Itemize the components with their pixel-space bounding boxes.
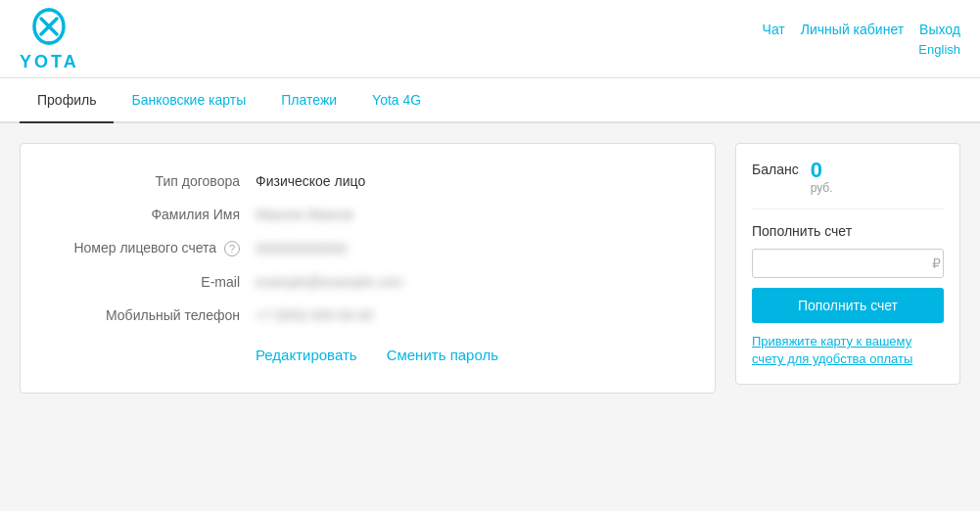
balance-row: Баланс 0 руб.	[752, 160, 944, 209]
profile-row-contract-type: Тип договора Физическое лицо	[60, 173, 676, 189]
yota-logo-icon	[28, 6, 70, 50]
header-nav-top: Чат Личный кабинет Выход	[763, 22, 960, 37]
balance-label: Баланс	[752, 160, 799, 177]
profile-row-name: Фамилия Имя Иванов Иванов	[60, 207, 676, 222]
label-account: Номер лицевого счета ?	[60, 240, 256, 256]
header: YOTA Чат Личный кабинет Выход English	[0, 0, 980, 78]
tab-payments[interactable]: Платежи	[263, 78, 354, 123]
profile-card: Тип договора Физическое лицо Фамилия Имя…	[20, 143, 716, 394]
label-email: E-mail	[60, 274, 256, 290]
value-phone: +7 (000) 000-00-00	[256, 307, 373, 323]
value-name: Иванов Иванов	[256, 207, 353, 222]
tab-yota4g[interactable]: Yota 4G	[354, 78, 439, 123]
value-email: example@example.com	[256, 274, 402, 290]
rub-sign: ₽	[932, 256, 941, 271]
label-contract-type: Тип договора	[60, 173, 256, 189]
header-navigation: Чат Личный кабинет Выход English	[763, 22, 960, 57]
chat-link[interactable]: Чат	[763, 22, 785, 37]
logout-link[interactable]: Выход	[919, 22, 960, 37]
main-content: Тип договора Физическое лицо Фамилия Имя…	[0, 123, 980, 413]
attach-card-link[interactable]: Привяжите карту к вашему счету для удобс…	[752, 333, 944, 368]
topup-input-row: ₽	[752, 249, 944, 278]
label-phone: Мобильный телефон	[60, 307, 256, 323]
change-password-button[interactable]: Сменить пароль	[387, 347, 498, 363]
language-switcher: English	[918, 41, 960, 57]
profile-row-phone: Мобильный телефон +7 (000) 000-00-00	[60, 307, 676, 323]
value-contract-type: Физическое лицо	[256, 173, 365, 189]
profile-actions: Редактировать Сменить пароль	[60, 347, 676, 363]
profile-row-email: E-mail example@example.com	[60, 274, 676, 290]
main-tabs: Профиль Банковские карты Платежи Yota 4G	[0, 78, 980, 123]
tab-profile[interactable]: Профиль	[20, 78, 114, 123]
label-name: Фамилия Имя	[60, 207, 256, 222]
edit-button[interactable]: Редактировать	[256, 347, 357, 363]
logo-yota: YOTA	[20, 6, 79, 72]
topup-button[interactable]: Пополнить счет	[752, 288, 944, 323]
sidebar: Баланс 0 руб. Пополнить счет ₽ Пополнить…	[735, 143, 960, 394]
logo-area: YOTA	[20, 6, 79, 72]
account-help-icon[interactable]: ?	[224, 241, 240, 256]
balance-value-col: 0 руб.	[811, 160, 833, 195]
balance-amount: 0	[811, 160, 822, 181]
personal-account-link[interactable]: Личный кабинет	[801, 22, 904, 37]
balance-currency: руб.	[811, 181, 833, 195]
value-account: 000000000000	[256, 241, 347, 256]
balance-card: Баланс 0 руб. Пополнить счет ₽ Пополнить…	[735, 143, 960, 385]
english-link[interactable]: English	[918, 42, 960, 57]
topup-amount-input[interactable]	[761, 256, 932, 271]
topup-label: Пополнить счет	[752, 223, 944, 239]
profile-row-account: Номер лицевого счета ? 000000000000	[60, 240, 676, 256]
logo-text: YOTA	[20, 52, 79, 72]
tab-bank-cards[interactable]: Банковские карты	[114, 78, 263, 123]
